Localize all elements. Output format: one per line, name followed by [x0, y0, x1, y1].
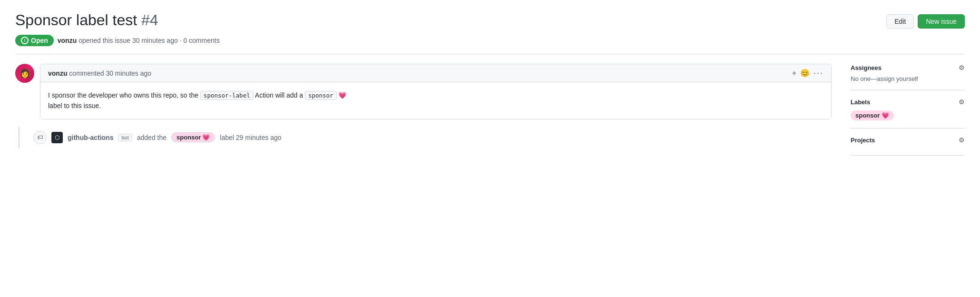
timeline-label-suffix: label 29 minutes ago [220, 134, 281, 141]
issue-number: #4 [141, 11, 158, 29]
open-icon: ! [21, 37, 29, 44]
github-actions-logo: ⬡ [51, 132, 63, 143]
bot-badge: bot [118, 134, 132, 141]
sidebar: Assignees ⚙ No one—assign yourself Label… [851, 64, 965, 156]
sidebar-projects-section: Projects ⚙ [851, 129, 965, 156]
emoji-reaction-button[interactable]: 😊 [800, 69, 810, 78]
timeline-event: 🏷 ⬡ github-actions bot added the sponsor… [33, 127, 832, 148]
labels-gear-icon[interactable]: ⚙ [959, 98, 965, 106]
assignees-gear-icon[interactable]: ⚙ [959, 64, 965, 71]
sidebar-labels-section: Labels ⚙ sponsor 💗 [851, 90, 965, 129]
sidebar-assignees-header: Assignees ⚙ [851, 64, 965, 71]
comment-emoji-1: 💗 [338, 91, 346, 99]
meta-author: vonzu [58, 37, 77, 44]
status-badge: ! Open [15, 35, 54, 46]
main-content: 👩 vonzu commented 30 minutes ago + 😊 ···… [15, 64, 832, 156]
new-issue-button[interactable]: New issue [918, 14, 965, 29]
issue-title-text: Sponsor label test [15, 11, 137, 29]
comment-body: I sponsor the developer who owns this re… [40, 82, 831, 119]
sidebar-assignees-title: Assignees [851, 64, 882, 71]
sidebar-projects-header: Projects ⚙ [851, 136, 965, 144]
comment-text-2: Action will add a [255, 91, 303, 99]
timeline-action: added the [137, 134, 167, 141]
status-text: Open [31, 37, 48, 44]
comment-header-actions: + 😊 ··· [792, 68, 823, 78]
main-layout: 👩 vonzu commented 30 minutes ago + 😊 ···… [15, 64, 965, 156]
add-reaction-button[interactable]: + [792, 69, 796, 78]
sidebar-label-name: sponsor [855, 112, 880, 119]
issue-meta: ! Open vonzu opened this issue 30 minute… [15, 35, 965, 46]
avatar-image: 👩 [15, 64, 34, 83]
comment-text-1: I sponsor the developer who owns this re… [48, 91, 198, 99]
sidebar-projects-title: Projects [851, 137, 875, 144]
timeline-label-text: sponsor [176, 134, 201, 141]
comment-text-3: label to this issue. [48, 102, 101, 109]
comment-author: vonzu [48, 69, 67, 77]
code-sponsor: sponsor [305, 91, 337, 100]
page-header: Sponsor label test #4 Edit New issue [15, 11, 965, 29]
sidebar-label-emoji: 💗 [882, 112, 889, 119]
comment-header: vonzu commented 30 minutes ago + 😊 ··· [40, 64, 831, 82]
timeline-label-emoji: 💗 [202, 134, 210, 141]
issue-title: Sponsor label test #4 [15, 11, 158, 29]
sidebar-labels-header: Labels ⚙ [851, 98, 965, 106]
assignees-empty: No one—assign yourself [851, 75, 965, 82]
sidebar-labels-title: Labels [851, 99, 870, 106]
comment-timestamp: commented 30 minutes ago [69, 69, 151, 77]
edit-button[interactable]: Edit [886, 14, 914, 29]
header-actions: Edit New issue [886, 11, 965, 29]
divider [15, 54, 965, 54]
tag-icon: 🏷 [33, 131, 47, 144]
comment-header-left: vonzu commented 30 minutes ago [48, 69, 151, 77]
comment-block: 👩 vonzu commented 30 minutes ago + 😊 ···… [15, 64, 832, 119]
meta-details: opened this issue 30 minutes ago · 0 com… [78, 37, 220, 44]
timeline-actor: github-actions [68, 134, 113, 141]
more-options-button[interactable]: ··· [813, 68, 823, 78]
sidebar-assignees-section: Assignees ⚙ No one—assign yourself [851, 64, 965, 90]
avatar: 👩 [15, 64, 34, 83]
projects-gear-icon[interactable]: ⚙ [959, 136, 965, 144]
sponsor-label-badge: sponsor 💗 [171, 132, 215, 142]
sidebar-sponsor-label: sponsor 💗 [851, 110, 894, 120]
meta-text: vonzu opened this issue 30 minutes ago ·… [58, 37, 220, 44]
label-sponsor: sponsor 💗 [851, 109, 965, 120]
code-sponsor-label: sponsor-label [200, 91, 254, 100]
comment-box: vonzu commented 30 minutes ago + 😊 ··· I… [40, 64, 832, 119]
